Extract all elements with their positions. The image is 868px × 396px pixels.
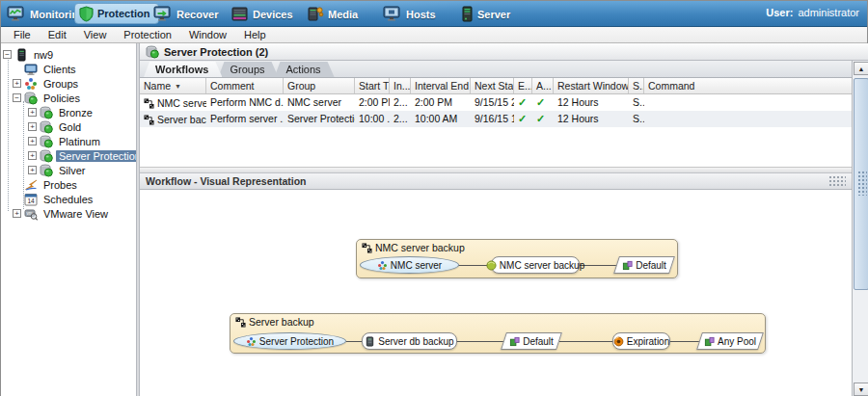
column-header-name[interactable]: Name▼	[140, 78, 206, 93]
column-header-command[interactable]: Command	[644, 78, 852, 93]
workflow-node-pool[interactable]: Default	[616, 256, 672, 274]
vertical-scrollbar[interactable]: ▲ ▼	[852, 61, 868, 396]
banner-tab-monitoring[interactable]: Monitoring	[7, 1, 85, 27]
expander-plus-icon[interactable]: +	[28, 137, 37, 145]
workflow-node-pool[interactable]: Default	[503, 332, 559, 350]
column-header-next-start[interactable]: Next Start	[471, 78, 514, 93]
tree-item-label: Server Protection	[56, 150, 136, 162]
node-label: NMC server	[391, 260, 442, 271]
policy-icon	[146, 45, 159, 59]
banner-tab-hosts[interactable]: Hosts	[383, 1, 436, 27]
expander-plus-icon[interactable]: +	[28, 108, 37, 117]
column-header-group[interactable]: Group	[284, 78, 355, 93]
tree-item-server-protection[interactable]: + Server Protection	[1, 148, 136, 163]
recover-icon	[153, 6, 173, 22]
cell-comment: Perform server ...	[206, 111, 284, 127]
node-label: Server Protection	[259, 336, 334, 347]
tree-item-silver[interactable]: + Silver	[1, 163, 136, 177]
column-header-restart-window[interactable]: Restart Window	[554, 78, 629, 93]
workflow-box-server-backup[interactable]: Server backup Server Protection Server d…	[230, 313, 766, 354]
tree-item-label: Platinum	[56, 136, 103, 147]
media-icon	[306, 6, 324, 22]
banner-tab-server[interactable]: Server	[460, 1, 510, 27]
vmware-icon: vm	[24, 207, 38, 221]
splitter-grip-icon[interactable]	[828, 175, 846, 187]
column-header-interval[interactable]: In...	[390, 78, 411, 93]
tree-item-policies[interactable]: − Policies	[1, 91, 136, 105]
user-label: User:	[766, 7, 793, 18]
cell-command	[644, 111, 852, 127]
menu-file[interactable]: File	[5, 29, 40, 40]
expander-plus-icon[interactable]: +	[28, 122, 37, 131]
tree-item-nw9[interactable]: − nw9	[1, 47, 136, 62]
tree-item-label: Probes	[41, 179, 80, 191]
workflow-node-group[interactable]: Server Protection	[233, 332, 346, 350]
column-header-start-time[interactable]: Start T...	[355, 78, 390, 93]
policy-icon	[40, 120, 53, 134]
menu-protection[interactable]: Protection	[115, 29, 180, 40]
expander-minus-icon[interactable]: −	[13, 93, 21, 102]
tree-item-schedules[interactable]: · 14 Schedules	[1, 192, 136, 206]
workflow-node-group[interactable]: NMC server	[360, 256, 459, 274]
banner-tab-devices[interactable]: Devices	[231, 1, 293, 27]
expander-plus-icon[interactable]: +	[28, 166, 37, 174]
column-header-autostart[interactable]: A...	[532, 78, 554, 93]
menu-edit[interactable]: Edit	[40, 29, 75, 40]
cell-start-time: 10:00 ...	[355, 111, 390, 127]
banner-tab-protection[interactable]: Protection	[74, 3, 159, 24]
workflow-box-nmc-server-backup[interactable]: NMC server backup NMC server NMC server …	[356, 239, 678, 278]
banner-tab-media[interactable]: Media	[306, 1, 358, 27]
column-header-enabled[interactable]: E...	[514, 78, 532, 93]
banner-tab-recover[interactable]: Recover	[153, 1, 218, 27]
expander-plus-icon[interactable]: +	[13, 79, 21, 88]
connector-line	[559, 341, 612, 342]
column-header-s[interactable]: S...	[629, 78, 644, 93]
workflow-node-action[interactable]: Server db backup	[362, 332, 457, 350]
node-label: NMC server backup	[500, 260, 584, 271]
visual-representation-header: Workflow - Visual Representation	[140, 172, 852, 190]
column-header-interval-end[interactable]: Interval End	[411, 78, 471, 93]
expiration-icon	[613, 336, 624, 347]
workflow-icon	[235, 317, 246, 328]
scrollbar-thumb[interactable]	[854, 78, 868, 290]
menu-window[interactable]: Window	[180, 29, 235, 40]
tree-item-platinum[interactable]: + Platinum	[1, 134, 136, 148]
menu-help[interactable]: Help	[235, 29, 275, 40]
server-icon	[460, 6, 474, 22]
scroll-up-icon[interactable]: ▲	[854, 62, 868, 75]
node-label: Any Pool	[718, 336, 756, 347]
tree-item-bronze[interactable]: + Bronze	[1, 105, 136, 119]
workflow-node-pool[interactable]: Any Pool	[699, 332, 761, 350]
tab-actions[interactable]: Actions	[275, 62, 335, 77]
banner-tab-label: Recover	[176, 9, 218, 20]
workflow-icon	[144, 115, 154, 125]
workflow-canvas: NMC server backup NMC server NMC server …	[140, 190, 852, 396]
banner-tab-label: Server	[477, 9, 510, 20]
workflows-table: Name▼ Comment Group Start T... In... Int…	[140, 78, 852, 167]
nmc-window: Monitoring Protection Recover Devices Me…	[0, 0, 868, 396]
node-label: Default	[636, 260, 666, 271]
schedules-icon: 14	[24, 193, 38, 206]
expander-minus-icon[interactable]: −	[3, 50, 12, 59]
tab-workflows[interactable]: Workflows	[144, 62, 222, 77]
table-row[interactable]: Server back... Perform server ... Server…	[140, 111, 852, 127]
tree-item-probes[interactable]: · Probes	[1, 177, 136, 192]
column-header-comment[interactable]: Comment	[206, 78, 284, 93]
expander-plus-icon[interactable]: +	[13, 209, 21, 218]
protection-shield-icon	[79, 6, 94, 22]
tree-item-gold[interactable]: + Gold	[1, 119, 136, 134]
expander-plus-icon[interactable]: +	[28, 151, 37, 160]
menu-view[interactable]: View	[75, 29, 116, 40]
cell-s: S...	[629, 111, 644, 127]
tree-item-vmware-view[interactable]: + vm VMware View	[1, 206, 136, 221]
workflow-tabstrip: Workflows Groups Actions	[140, 61, 868, 78]
tree-item-clients[interactable]: · Clients	[1, 62, 136, 76]
scroll-down-icon[interactable]: ▼	[854, 383, 868, 396]
tab-groups[interactable]: Groups	[218, 62, 278, 77]
table-row[interactable]: NMC server ... Perform NMC d... NMC serv…	[140, 94, 852, 111]
tree-item-groups[interactable]: + Groups	[1, 76, 136, 91]
user-info: User:administrator	[766, 7, 859, 18]
workflow-node-action[interactable]: NMC server backup	[491, 256, 580, 274]
tree-item-label: VMware View	[41, 208, 111, 220]
workflow-node-action[interactable]: Expiration	[612, 332, 670, 350]
